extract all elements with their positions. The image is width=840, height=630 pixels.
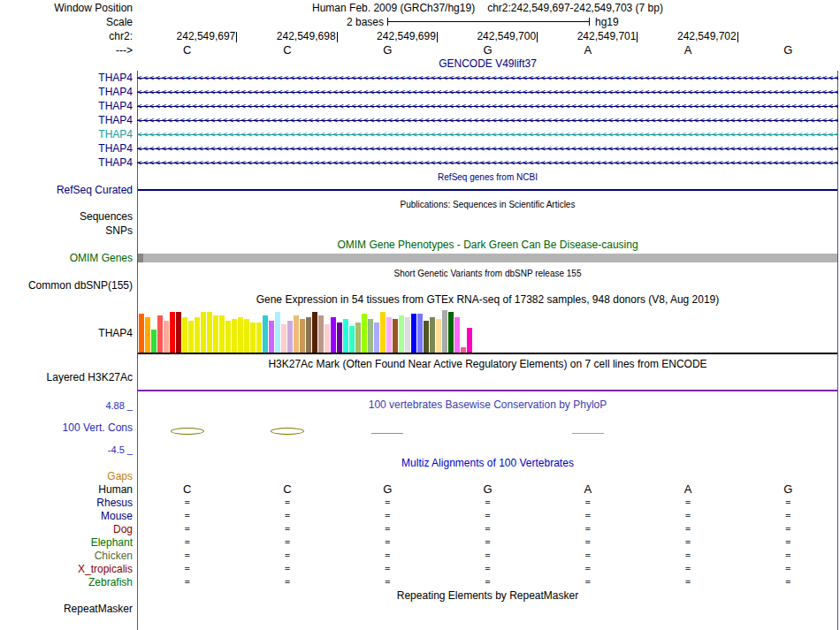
gtex-expression-bar[interactable] <box>362 314 367 353</box>
multiz-row-label-dog[interactable]: Dog <box>0 523 133 535</box>
gtex-expression-bar[interactable] <box>306 317 311 353</box>
gtex-expression-bar[interactable] <box>424 321 429 353</box>
gtex-expression-bar[interactable] <box>145 317 150 353</box>
gtex-expression-bar[interactable] <box>195 317 200 353</box>
gtex-expression-bar[interactable] <box>188 321 194 353</box>
refseq-curated-track[interactable] <box>137 189 838 191</box>
gtex-expression-bar[interactable] <box>374 323 379 353</box>
gtex-expression-bar[interactable] <box>386 317 392 353</box>
conservation-line-mark[interactable] <box>572 433 604 434</box>
gtex-gene-label[interactable]: THAP4 <box>0 327 133 339</box>
gtex-expression-bar[interactable] <box>448 312 454 353</box>
gtex-expression-bar[interactable] <box>349 326 355 353</box>
gtex-expression-bar[interactable] <box>454 317 460 353</box>
conservation-track-title[interactable]: 100 vertebrates Basewise Conservation by… <box>137 399 838 411</box>
gtex-expression-bar[interactable] <box>399 315 404 353</box>
h3k27ac-track-title[interactable]: H3K27Ac Mark (Often Found Near Active Re… <box>137 359 838 370</box>
multiz-row-label-gaps[interactable]: Gaps <box>0 470 133 482</box>
gtex-track-baseline[interactable] <box>137 353 838 354</box>
omim-genes-track-bar-segment[interactable] <box>137 254 143 262</box>
multiz-row-label-mouse[interactable]: Mouse <box>0 510 133 522</box>
gtex-expression-bar[interactable] <box>244 319 249 353</box>
multiz-row-label-chicken[interactable]: Chicken <box>0 550 133 562</box>
gtex-expression-bar[interactable] <box>331 317 336 353</box>
common-dbsnp-label[interactable]: Common dbSNP(155) <box>0 279 133 292</box>
gtex-expression-bar[interactable] <box>263 315 268 353</box>
gtex-expression-bar[interactable] <box>225 321 231 353</box>
gtex-expression-bar[interactable] <box>151 330 157 353</box>
alignment-double-line: = <box>385 576 390 588</box>
multiz-row-label-zebrafish[interactable]: Zebrafish <box>0 576 133 588</box>
conservation-peak-mark[interactable] <box>271 428 304 435</box>
gtex-expression-bar[interactable] <box>355 323 361 353</box>
gencode-transcript-label[interactable]: THAP4 <box>0 142 133 155</box>
gtex-expression-bar[interactable] <box>405 317 410 353</box>
gtex-expression-bar[interactable] <box>294 315 299 353</box>
gtex-expression-bar[interactable] <box>393 319 398 353</box>
gtex-expression-bar[interactable] <box>442 310 447 353</box>
omim-genes-track-bar[interactable] <box>137 254 838 262</box>
multiz-row-label-elephant[interactable]: Elephant <box>0 536 133 549</box>
sequences-label[interactable]: Sequences <box>0 210 133 223</box>
snps-label[interactable]: SNPs <box>0 224 133 237</box>
gtex-expression-bar[interactable] <box>337 323 342 353</box>
gtex-expression-bar[interactable] <box>411 314 416 353</box>
gtex-expression-bar[interactable] <box>232 319 237 353</box>
gencode-track-title[interactable]: GENCODE V49lift37 <box>137 58 838 70</box>
gtex-expression-bar[interactable] <box>207 312 212 353</box>
multiz-row-label-rhesus[interactable]: Rhesus <box>0 497 133 509</box>
alignment-double-line: = <box>785 550 790 562</box>
gtex-expression-bar[interactable] <box>417 314 423 353</box>
gtex-expression-bar[interactable] <box>182 317 187 353</box>
gencode-transcript-label[interactable]: THAP4 <box>0 156 133 169</box>
gencode-transcript-label[interactable]: THAP4 <box>0 128 133 140</box>
gtex-expression-bar[interactable] <box>250 323 256 353</box>
conservation-track-label[interactable]: 100 Vert. Cons <box>0 421 133 434</box>
gtex-expression-bar[interactable] <box>380 312 386 353</box>
conservation-peak-mark[interactable] <box>171 428 204 435</box>
gtex-expression-bar[interactable] <box>281 324 286 353</box>
repeatmasker-label[interactable]: RepeatMasker <box>0 603 133 615</box>
gtex-expression-bar[interactable] <box>213 315 218 353</box>
gtex-expression-bar[interactable] <box>170 312 175 353</box>
refseq-curated-label[interactable]: RefSeq Curated <box>0 184 133 196</box>
publications-track-title[interactable]: Publications: Sequences in Scientific Ar… <box>137 199 838 210</box>
gtex-expression-bar[interactable] <box>201 312 206 353</box>
gencode-transcript-label[interactable]: THAP4 <box>0 86 133 98</box>
gtex-expression-bar[interactable] <box>238 317 243 353</box>
gtex-expression-bar[interactable] <box>139 314 144 353</box>
gtex-expression-bar[interactable] <box>436 319 441 353</box>
gtex-expression-bar[interactable] <box>325 324 330 353</box>
gtex-expression-bar[interactable] <box>157 315 163 353</box>
gtex-expression-bar[interactable] <box>461 347 466 353</box>
gtex-expression-bar[interactable] <box>467 328 472 353</box>
multiz-track-title[interactable]: Multiz Alignments of 100 Vertebrates <box>137 458 838 469</box>
gtex-track-title[interactable]: Gene Expression in 54 tissues from GTEx … <box>137 294 838 306</box>
conservation-line-mark[interactable] <box>371 433 403 434</box>
gtex-expression-bar[interactable] <box>287 321 293 353</box>
layered-h3k27ac-label[interactable]: Layered H3K27Ac <box>0 371 133 383</box>
multiz-row-label-x-tropicalis[interactable]: X_tropicalis <box>0 563 133 575</box>
gtex-expression-bar[interactable] <box>164 321 169 353</box>
gtex-expression-bar[interactable] <box>318 315 324 353</box>
refseq-track-title[interactable]: RefSeq genes from NCBI <box>137 171 838 183</box>
gencode-transcript-label[interactable]: THAP4 <box>0 72 133 84</box>
gtex-expression-bar[interactable] <box>219 315 225 353</box>
dbsnp-track-title[interactable]: Short Genetic Variants from dbSNP releas… <box>137 268 838 279</box>
omim-track-title[interactable]: OMIM Gene Phenotypes - Dark Green Can Be… <box>137 239 838 251</box>
repeatmasker-track-title[interactable]: Repeating Elements by RepeatMasker <box>137 590 838 602</box>
gtex-expression-bar[interactable] <box>256 323 262 353</box>
gencode-transcript-label[interactable]: THAP4 <box>0 114 133 126</box>
h3k27ac-track-line[interactable] <box>137 390 838 391</box>
gtex-expression-bar[interactable] <box>430 317 435 353</box>
omim-genes-label[interactable]: OMIM Genes <box>0 252 133 264</box>
multiz-row-label-human[interactable]: Human <box>0 483 133 496</box>
gtex-expression-bar[interactable] <box>269 321 274 353</box>
gtex-expression-bar[interactable] <box>176 312 181 353</box>
gtex-expression-bar[interactable] <box>275 312 280 353</box>
gtex-expression-bar[interactable] <box>343 319 348 353</box>
gtex-expression-bar[interactable] <box>300 319 305 353</box>
gtex-expression-bar[interactable] <box>368 319 373 353</box>
gencode-transcript-label[interactable]: THAP4 <box>0 100 133 112</box>
gtex-expression-bar[interactable] <box>312 312 317 353</box>
